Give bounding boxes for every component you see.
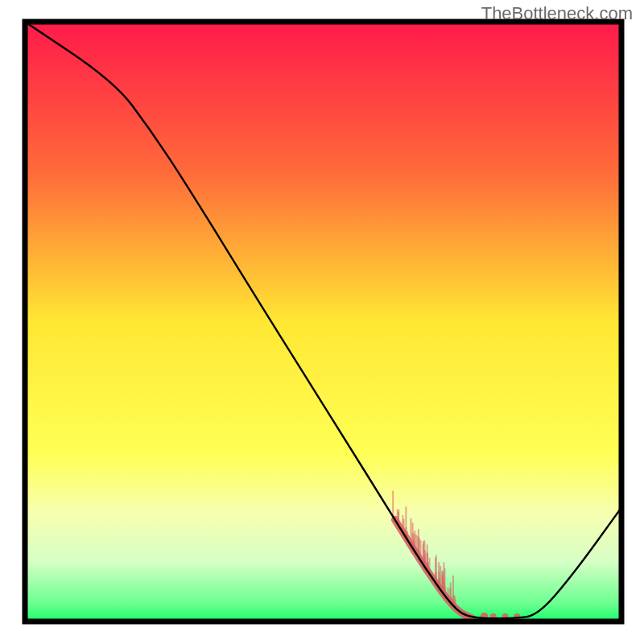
attribution-label: TheBottleneck.com bbox=[481, 3, 633, 24]
gradient-background bbox=[25, 22, 621, 621]
chart-frame: TheBottleneck.com bbox=[0, 0, 644, 644]
bottleneck-chart bbox=[0, 0, 644, 644]
